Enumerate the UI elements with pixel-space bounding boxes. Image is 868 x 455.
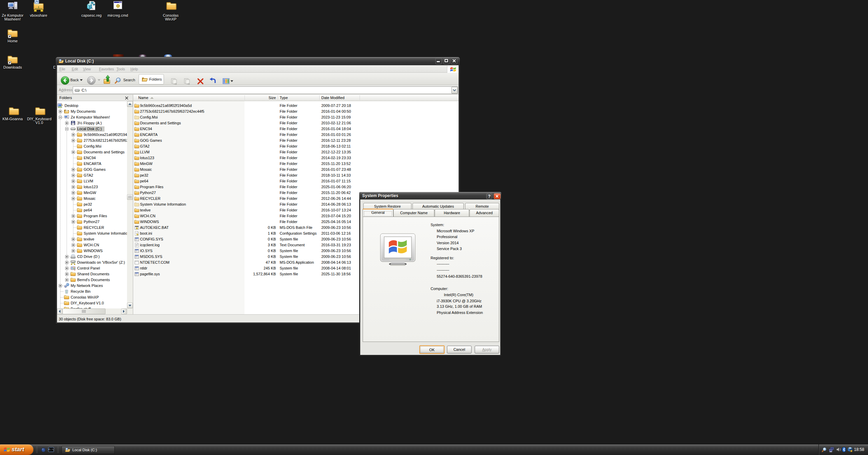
svg-text:?: ? xyxy=(488,194,490,199)
